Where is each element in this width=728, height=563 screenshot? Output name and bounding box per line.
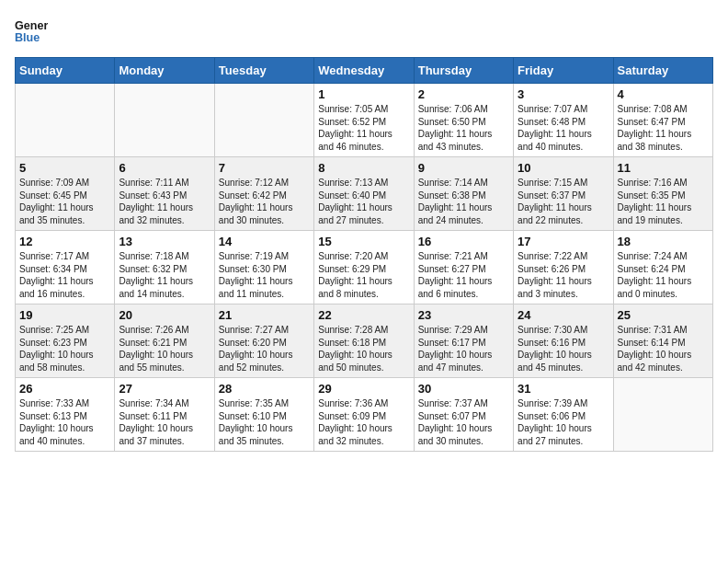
day-number: 4 (618, 87, 709, 101)
calendar-week-row: 12Sunrise: 7:17 AM Sunset: 6:34 PM Dayli… (16, 231, 713, 304)
day-info: Sunrise: 7:09 AM Sunset: 6:45 PM Dayligh… (19, 177, 110, 226)
calendar-cell: 26Sunrise: 7:33 AM Sunset: 6:13 PM Dayli… (16, 378, 115, 452)
calendar-cell: 28Sunrise: 7:35 AM Sunset: 6:10 PM Dayli… (214, 378, 313, 452)
weekday-header-tuesday: Tuesday (214, 58, 313, 84)
calendar-cell: 29Sunrise: 7:36 AM Sunset: 6:09 PM Dayli… (314, 378, 414, 452)
calendar-cell (115, 84, 214, 157)
calendar-cell: 18Sunrise: 7:24 AM Sunset: 6:24 PM Dayli… (613, 231, 712, 304)
day-info: Sunrise: 7:39 AM Sunset: 6:06 PM Dayligh… (518, 397, 609, 447)
day-number: 3 (518, 87, 609, 101)
day-number: 5 (19, 161, 110, 175)
logo: General Blue (15, 15, 51, 48)
calendar-cell: 16Sunrise: 7:21 AM Sunset: 6:27 PM Dayli… (414, 231, 513, 304)
day-number: 14 (219, 235, 310, 248)
day-number: 24 (518, 308, 609, 322)
day-number: 30 (418, 382, 509, 396)
weekday-header-monday: Monday (115, 58, 214, 84)
calendar-cell: 19Sunrise: 7:25 AM Sunset: 6:23 PM Dayli… (16, 304, 115, 378)
calendar-week-row: 19Sunrise: 7:25 AM Sunset: 6:23 PM Dayli… (16, 304, 713, 378)
calendar-cell: 3Sunrise: 7:07 AM Sunset: 6:48 PM Daylig… (514, 84, 613, 157)
calendar-cell: 9Sunrise: 7:14 AM Sunset: 6:38 PM Daylig… (414, 157, 513, 231)
calendar-cell: 24Sunrise: 7:30 AM Sunset: 6:16 PM Dayli… (514, 304, 613, 378)
day-number: 26 (19, 382, 110, 396)
day-info: Sunrise: 7:34 AM Sunset: 6:11 PM Dayligh… (119, 397, 210, 447)
calendar-cell: 23Sunrise: 7:29 AM Sunset: 6:17 PM Dayli… (414, 304, 513, 378)
calendar-cell: 2Sunrise: 7:06 AM Sunset: 6:50 PM Daylig… (414, 84, 513, 157)
day-info: Sunrise: 7:37 AM Sunset: 6:07 PM Dayligh… (418, 397, 509, 447)
weekday-header-row: SundayMondayTuesdayWednesdayThursdayFrid… (16, 58, 713, 84)
calendar-week-row: 5Sunrise: 7:09 AM Sunset: 6:45 PM Daylig… (16, 157, 713, 231)
day-number: 12 (19, 235, 110, 248)
calendar-cell: 10Sunrise: 7:15 AM Sunset: 6:37 PM Dayli… (514, 157, 613, 231)
day-number: 11 (618, 161, 709, 175)
day-info: Sunrise: 7:21 AM Sunset: 6:27 PM Dayligh… (418, 250, 509, 300)
day-number: 1 (318, 87, 409, 101)
weekday-header-friday: Friday (514, 58, 613, 84)
calendar-cell: 25Sunrise: 7:31 AM Sunset: 6:14 PM Dayli… (613, 304, 712, 378)
day-number: 8 (318, 161, 409, 175)
svg-text:Blue: Blue (15, 31, 40, 44)
day-number: 15 (318, 235, 409, 248)
day-info: Sunrise: 7:17 AM Sunset: 6:34 PM Dayligh… (19, 250, 110, 300)
day-number: 22 (318, 308, 409, 322)
day-info: Sunrise: 7:25 AM Sunset: 6:23 PM Dayligh… (19, 324, 110, 373)
page-header: General Blue (15, 15, 713, 48)
day-info: Sunrise: 7:13 AM Sunset: 6:40 PM Dayligh… (318, 177, 409, 226)
day-number: 6 (119, 161, 210, 175)
calendar-cell: 4Sunrise: 7:08 AM Sunset: 6:47 PM Daylig… (613, 84, 712, 157)
day-info: Sunrise: 7:14 AM Sunset: 6:38 PM Dayligh… (418, 177, 509, 226)
day-number: 16 (418, 235, 509, 248)
calendar-cell: 8Sunrise: 7:13 AM Sunset: 6:40 PM Daylig… (314, 157, 414, 231)
day-number: 31 (518, 382, 609, 396)
day-number: 27 (119, 382, 210, 396)
day-number: 21 (219, 308, 310, 322)
day-number: 18 (618, 235, 709, 248)
weekday-header-wednesday: Wednesday (314, 58, 414, 84)
calendar-cell: 31Sunrise: 7:39 AM Sunset: 6:06 PM Dayli… (514, 378, 613, 452)
calendar-table: SundayMondayTuesdayWednesdayThursdayFrid… (15, 57, 713, 452)
calendar-week-row: 26Sunrise: 7:33 AM Sunset: 6:13 PM Dayli… (16, 378, 713, 452)
day-number: 25 (618, 308, 709, 322)
weekday-header-sunday: Sunday (16, 58, 115, 84)
day-number: 10 (518, 161, 609, 175)
logo-icon: General Blue (15, 15, 48, 48)
calendar-cell (613, 378, 712, 452)
calendar-cell: 21Sunrise: 7:27 AM Sunset: 6:20 PM Dayli… (214, 304, 313, 378)
calendar-cell (16, 84, 115, 157)
calendar-week-row: 1Sunrise: 7:05 AM Sunset: 6:52 PM Daylig… (16, 84, 713, 157)
day-info: Sunrise: 7:12 AM Sunset: 6:42 PM Dayligh… (219, 177, 310, 226)
day-info: Sunrise: 7:11 AM Sunset: 6:43 PM Dayligh… (119, 177, 210, 226)
day-number: 13 (119, 235, 210, 248)
calendar-cell: 17Sunrise: 7:22 AM Sunset: 6:26 PM Dayli… (514, 231, 613, 304)
day-number: 17 (518, 235, 609, 248)
calendar-cell: 7Sunrise: 7:12 AM Sunset: 6:42 PM Daylig… (214, 157, 313, 231)
calendar-cell: 11Sunrise: 7:16 AM Sunset: 6:35 PM Dayli… (613, 157, 712, 231)
day-info: Sunrise: 7:06 AM Sunset: 6:50 PM Dayligh… (418, 103, 509, 153)
calendar-cell: 22Sunrise: 7:28 AM Sunset: 6:18 PM Dayli… (314, 304, 414, 378)
day-info: Sunrise: 7:27 AM Sunset: 6:20 PM Dayligh… (219, 324, 310, 373)
day-info: Sunrise: 7:22 AM Sunset: 6:26 PM Dayligh… (518, 250, 609, 300)
calendar-cell: 30Sunrise: 7:37 AM Sunset: 6:07 PM Dayli… (414, 378, 513, 452)
calendar-cell: 14Sunrise: 7:19 AM Sunset: 6:30 PM Dayli… (214, 231, 313, 304)
calendar-cell: 12Sunrise: 7:17 AM Sunset: 6:34 PM Dayli… (16, 231, 115, 304)
day-info: Sunrise: 7:08 AM Sunset: 6:47 PM Dayligh… (618, 103, 709, 153)
calendar-cell: 20Sunrise: 7:26 AM Sunset: 6:21 PM Dayli… (115, 304, 214, 378)
day-info: Sunrise: 7:35 AM Sunset: 6:10 PM Dayligh… (219, 397, 310, 447)
day-number: 23 (418, 308, 509, 322)
day-info: Sunrise: 7:18 AM Sunset: 6:32 PM Dayligh… (119, 250, 210, 300)
day-info: Sunrise: 7:31 AM Sunset: 6:14 PM Dayligh… (618, 324, 709, 373)
day-number: 29 (318, 382, 409, 396)
day-number: 9 (418, 161, 509, 175)
day-number: 20 (119, 308, 210, 322)
day-info: Sunrise: 7:24 AM Sunset: 6:24 PM Dayligh… (618, 250, 709, 300)
day-info: Sunrise: 7:05 AM Sunset: 6:52 PM Dayligh… (318, 103, 409, 153)
calendar-cell (214, 84, 313, 157)
day-info: Sunrise: 7:15 AM Sunset: 6:37 PM Dayligh… (518, 177, 609, 226)
day-info: Sunrise: 7:30 AM Sunset: 6:16 PM Dayligh… (518, 324, 609, 373)
day-info: Sunrise: 7:28 AM Sunset: 6:18 PM Dayligh… (318, 324, 409, 373)
day-number: 2 (418, 87, 509, 101)
day-number: 28 (219, 382, 310, 396)
weekday-header-saturday: Saturday (613, 58, 712, 84)
calendar-cell: 6Sunrise: 7:11 AM Sunset: 6:43 PM Daylig… (115, 157, 214, 231)
weekday-header-thursday: Thursday (414, 58, 513, 84)
